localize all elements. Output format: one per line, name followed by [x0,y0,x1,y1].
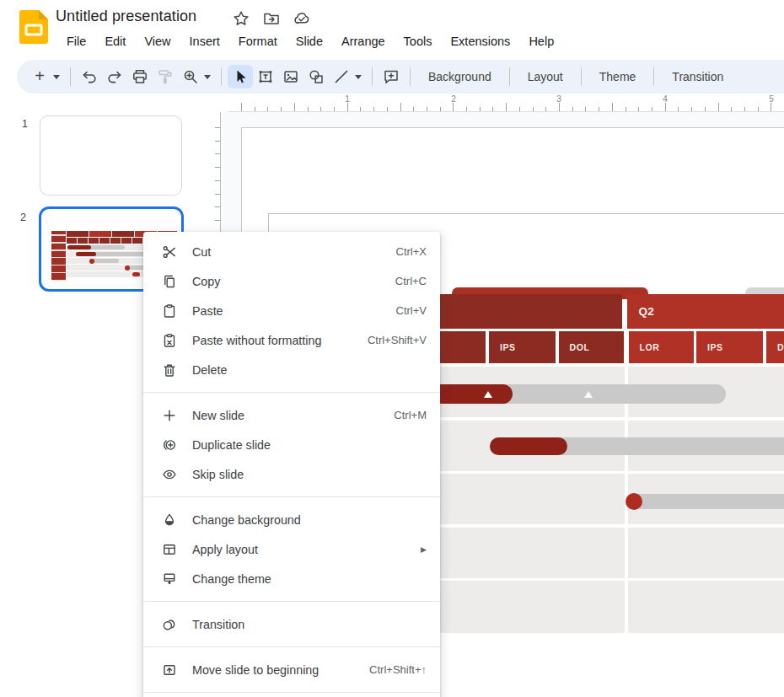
redo-icon [106,68,123,85]
menu-divider [143,646,440,647]
new-slide-button[interactable]: + [27,65,52,88]
menu-item-shortcut: Ctrl+V [396,304,427,317]
menu-file[interactable]: File [57,31,95,51]
toolbar-separator [509,67,510,86]
zoom-button[interactable] [178,65,203,88]
column-header-ips-2: IPS [696,331,763,363]
menu-divider [143,692,440,693]
slide-1-number: 1 [22,118,28,130]
menu-item-label: Delete [192,363,427,377]
menu-item-shortcut: Ctrl+C [395,275,427,287]
menu-divider [143,496,440,497]
layout-button[interactable]: Layout [516,65,575,88]
context-menu-item-apply-layout[interactable]: Apply layout ▶ [143,534,440,564]
menu-tools[interactable]: Tools [395,31,442,51]
background-button[interactable]: Background [416,65,503,88]
clipboard-x-icon [162,333,177,348]
line-dropdown-caret-icon[interactable] [355,75,362,79]
menu-item-label: New slide [192,409,394,422]
context-menu-item-copy[interactable]: Copy Ctrl+C [143,266,440,296]
star-icon[interactable] [233,10,250,27]
mini-bar [76,252,96,256]
ruler-number: 4 [663,94,668,104]
context-menu-item-paste-without-formatting[interactable]: Paste without formatting Ctrl+Shift+V [143,325,440,355]
ruler-number: 1 [345,94,350,104]
line-icon [333,68,350,85]
menu-slide[interactable]: Slide [287,31,332,51]
mini-dot [89,259,94,264]
transition-button[interactable]: Transition [660,65,735,88]
menu-item-label: Change background [192,513,427,527]
redo-button[interactable] [102,65,127,88]
duplicate-icon [162,437,177,453]
context-menu-item-change-background[interactable]: Change background [143,505,440,534]
mini-bar [132,272,140,276]
gantt-bar-3-track [631,494,784,509]
menu-item-label: Paste [192,304,396,318]
menu-item-label: Change theme [192,572,427,586]
context-menu-item-move-slide-to-beginning[interactable]: Move slide to beginning Ctrl+Shift+↑ [143,655,440,684]
toolbar-separator [410,67,411,86]
menu-arrange[interactable]: Arrange [332,31,395,51]
menu-format[interactable]: Format [229,31,287,51]
slides-logo-icon[interactable] [19,10,48,44]
context-menu-item-cut[interactable]: Cut Ctrl+X [143,237,440,266]
cloud-saved-icon[interactable] [293,10,310,27]
insert-line-button[interactable] [329,65,354,88]
menu-bar: File Edit View Insert Format Slide Arran… [57,31,563,51]
plus-icon [162,408,177,423]
text-box-button[interactable] [253,65,278,88]
select-tool-button[interactable] [228,65,253,88]
column-header-ips: IPS [489,331,556,363]
context-menu-item-delete[interactable]: Delete [143,355,440,384]
main-toolbar: + [17,60,784,94]
context-menu-item-change-theme[interactable]: Change theme [143,564,440,593]
plus-icon: + [35,67,45,84]
menu-insert[interactable]: Insert [180,31,229,51]
text-box-icon [257,68,274,85]
menu-view[interactable]: View [135,31,180,51]
column-header-dol-2: DOL [766,331,784,363]
theme-board-icon [162,571,177,587]
context-menu-item-new-slide[interactable]: New slide Ctrl+M [143,400,440,430]
toolbar-separator [70,67,71,86]
move-folder-icon[interactable] [263,10,280,27]
new-slide-dropdown-caret-icon[interactable] [53,75,60,79]
column-header-dol: DOL [559,331,624,363]
shape-icon [308,68,325,85]
toolbar-separator [221,67,222,86]
document-title[interactable]: Untitled presentation [56,8,196,25]
zoom-dropdown-caret-icon[interactable] [204,75,211,79]
add-comment-icon [383,68,400,85]
mini-label-column [51,231,66,281]
add-comment-button[interactable] [379,65,404,88]
gantt-bar-2-progress [490,437,567,455]
zoom-icon [182,68,199,85]
insert-image-button[interactable] [278,65,303,88]
slide-1-thumbnail[interactable] [40,115,182,196]
context-menu-item-duplicate-slide[interactable]: Duplicate slide [143,430,440,459]
context-menu-item-paste[interactable]: Paste Ctrl+V [143,296,440,325]
insert-shape-button[interactable] [303,65,329,88]
print-button[interactable] [127,65,153,88]
paint-format-button[interactable] [153,65,178,88]
menu-extensions[interactable]: Extensions [441,31,519,51]
droplet-icon [162,512,177,528]
menu-divider [143,392,440,393]
menu-item-label: Transition [192,618,427,631]
undo-button[interactable] [77,65,102,88]
clipboard-icon [162,303,177,319]
toolbar-separator [653,67,654,86]
mini-dot [125,265,130,271]
context-menu-item-skip-slide[interactable]: Skip slide [143,459,440,489]
menu-help[interactable]: Help [519,31,563,51]
context-menu-item-transition[interactable]: Transition [143,609,440,639]
toolbar-separator [372,67,373,86]
menu-item-label: Paste without formatting [192,334,368,347]
menu-item-label: Apply layout [192,543,421,556]
theme-button[interactable]: Theme [588,65,648,88]
menu-item-label: Copy [192,275,395,288]
gantt-bar-1-marker-2-icon [584,391,593,398]
image-icon [282,68,299,85]
menu-edit[interactable]: Edit [95,31,135,51]
